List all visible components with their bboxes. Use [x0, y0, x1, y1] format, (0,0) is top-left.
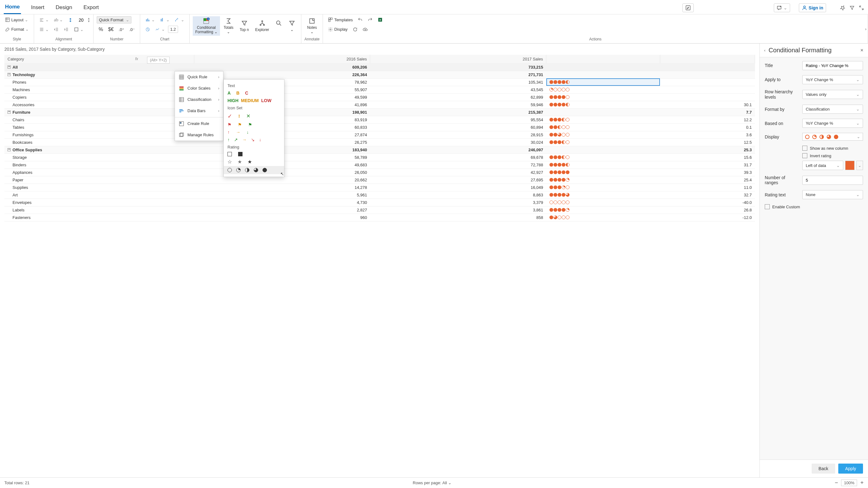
layout-button[interactable]: Layout⌄ — [3, 16, 30, 23]
signin-button[interactable]: Sign in — [799, 3, 826, 12]
data-grid[interactable]: Category 2016 Sales 2017 Sales All609,20… — [4, 55, 755, 222]
menu-data-bars[interactable]: Data Bars› — [175, 105, 223, 116]
circles-option[interactable] — [224, 166, 284, 174]
text-style-button[interactable]: ab⌄ — [52, 16, 65, 24]
formatby-dropdown[interactable]: Classification⌄ — [802, 105, 863, 114]
zoom-value[interactable]: 100% — [841, 480, 857, 486]
notes-button[interactable]: Notes⌄ — [305, 16, 319, 36]
filter-icon[interactable] — [849, 5, 855, 11]
table-row[interactable]: Office Supplies183,940246,09725.3 — [4, 146, 755, 153]
undo-button[interactable] — [356, 16, 365, 23]
stacked-chart-button[interactable]: ⌄ — [158, 16, 172, 23]
pie-button[interactable] — [143, 26, 152, 33]
text-hml-option[interactable]: HIGHMEDIUMLOW — [227, 97, 280, 104]
align-v-button[interactable]: ⌄ — [37, 26, 51, 33]
menu-create-rule[interactable]: Create Rule — [175, 118, 223, 130]
topn-button[interactable]: Top n — [237, 19, 251, 33]
format-button[interactable]: Format⌄ — [3, 26, 31, 33]
table-row[interactable]: Art5,9618,86332.7 — [4, 191, 755, 199]
zoom-out[interactable]: − — [835, 480, 838, 486]
table-row[interactable]: Labels2,8273,86126.8 — [4, 206, 755, 213]
font-size-input[interactable] — [76, 18, 86, 23]
check-excl-x-option[interactable]: ✓!✕ — [227, 112, 280, 121]
col-rating[interactable] — [546, 55, 660, 64]
title-input[interactable] — [802, 61, 863, 70]
table-row[interactable]: Chairs83,91995,55412.2 — [4, 116, 755, 123]
table-row[interactable]: Bookcases26,27530,02412.5 — [4, 139, 755, 146]
ribbon-overflow[interactable]: › — [864, 25, 868, 32]
menu-manage-rules[interactable]: Manage Rules — [175, 130, 223, 141]
search-button[interactable] — [273, 19, 285, 33]
redo-button[interactable] — [366, 16, 375, 23]
menu-quick-rule[interactable]: Quick Rule› — [175, 71, 223, 83]
table-row[interactable]: Accessories41,89659,94630.1 — [4, 101, 755, 108]
menu-color-scales[interactable]: Color Scales› — [175, 83, 223, 94]
table-row[interactable]: Furniture198,901215,3877.7 — [4, 108, 755, 116]
applyto-dropdown[interactable]: YoY Change %⌄ — [802, 75, 863, 84]
table-row[interactable]: Envelopes4,7303,379-40.0 — [4, 199, 755, 206]
color-dropdown[interactable]: ⌄ — [857, 161, 863, 170]
hierarchy-dropdown[interactable]: Values only⌄ — [802, 90, 863, 99]
color-swatch[interactable] — [845, 161, 855, 170]
explorer-button[interactable]: Explorer — [252, 19, 272, 33]
templates-button[interactable]: Templates — [326, 16, 354, 23]
table-row[interactable]: Appliances26,05042,92739.3 — [4, 169, 755, 176]
excel-button[interactable]: X — [376, 16, 384, 23]
arrows-5-option[interactable]: ↑↗→↘↓ — [227, 136, 280, 143]
table-row[interactable]: Technology226,364271,731 — [4, 71, 755, 78]
chart-val-button[interactable]: 1.2 — [168, 26, 178, 33]
squares-option[interactable] — [227, 151, 280, 157]
refresh-button[interactable] — [351, 26, 360, 33]
panel-back-icon[interactable]: ‹ — [764, 48, 765, 53]
col-pct[interactable] — [660, 55, 755, 64]
dec-decimal-button[interactable]: .0⁻ — [127, 26, 137, 33]
numranges-input[interactable] — [802, 176, 863, 185]
apply-button[interactable]: Apply — [838, 464, 863, 473]
table-row[interactable]: All609,206733,215 — [4, 63, 755, 71]
expand-icon[interactable] — [859, 5, 864, 11]
totals-button[interactable]: Totals⌄ — [221, 16, 236, 36]
position-dropdown[interactable]: Left of data⌄ — [802, 161, 843, 170]
comment-add-button[interactable]: ⌄ — [774, 3, 790, 12]
line-button[interactable]: ⌄ — [153, 26, 167, 33]
back-button[interactable]: Back — [812, 464, 835, 473]
currency-button[interactable]: $€ — [106, 26, 116, 33]
tab-home[interactable]: Home — [4, 1, 21, 14]
table-row[interactable]: Paper20,66227,69525.4 — [4, 176, 755, 183]
table-row[interactable]: Storage58,78969,67815.6 — [4, 153, 755, 161]
table-row[interactable]: Binders49,68372,78831.7 — [4, 161, 755, 169]
table-row[interactable]: Tables60,83360,8940.1 — [4, 123, 755, 131]
newcol-checkbox[interactable]: Show as new column — [802, 146, 863, 151]
line-height-button[interactable] — [66, 17, 75, 24]
filter2-button[interactable]: ⌄ — [286, 19, 298, 33]
col-2017[interactable]: 2017 Sales — [370, 55, 546, 64]
table-row[interactable]: Copiers49,59962,899 — [4, 93, 755, 101]
display-button[interactable]: Display — [326, 26, 349, 33]
table-row[interactable]: Phones78,962105,341 — [4, 78, 755, 86]
flags-option[interactable]: ⚑⚑⚑ — [227, 121, 280, 128]
tab-export[interactable]: Export — [82, 2, 100, 14]
percent-button[interactable]: % — [97, 26, 105, 33]
tab-design[interactable]: Design — [55, 2, 73, 14]
arrows-3-option[interactable]: ↑→↓ — [227, 128, 280, 136]
align-left-button[interactable]: ⌄ — [37, 17, 51, 24]
waterfall-button[interactable]: ⌄ — [173, 16, 186, 23]
pen-tool-button[interactable] — [682, 3, 694, 12]
menu-classification[interactable]: Classification› — [175, 94, 223, 105]
pin-icon[interactable] — [840, 5, 845, 11]
indent-button[interactable] — [62, 26, 71, 33]
display-icons-dropdown[interactable]: ⌄ — [802, 133, 863, 141]
basedon-dropdown[interactable]: YoY Change %⌄ — [802, 119, 863, 128]
table-row[interactable]: Machines55,90743,545 — [4, 86, 755, 93]
quick-format-dropdown[interactable]: Quick Format⌄ — [97, 16, 131, 24]
text-abc-option[interactable]: ABC — [227, 89, 280, 97]
cloud-button[interactable] — [361, 26, 370, 33]
zoom-in[interactable]: + — [860, 480, 864, 486]
bar-chart-button[interactable]: ⌄ — [143, 16, 157, 23]
stars-option[interactable] — [227, 157, 280, 166]
tab-insert[interactable]: Insert — [30, 2, 46, 14]
table-row[interactable]: Fasteners960858-12.0 — [4, 213, 755, 221]
col-2016[interactable]: 2016 Sales — [194, 55, 370, 64]
table-row[interactable]: Supplies14,27816,04911.0 — [4, 183, 755, 191]
border-button[interactable]: ⌄ — [72, 26, 86, 33]
